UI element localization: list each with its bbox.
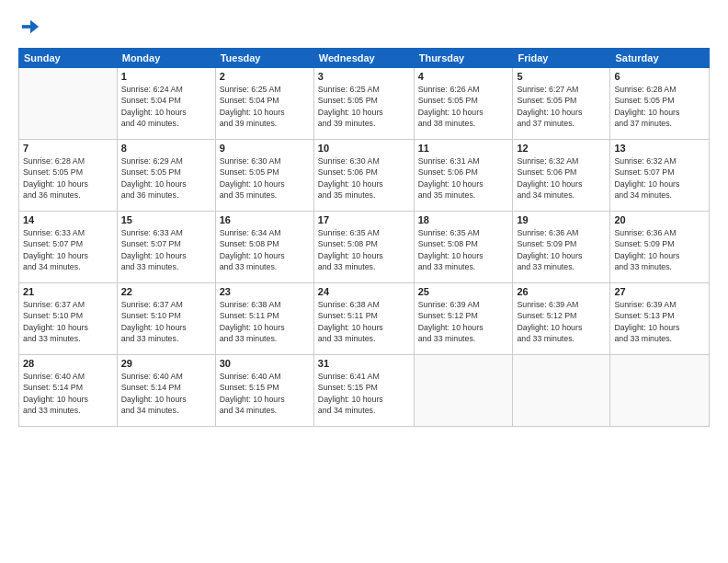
- day-info: Sunrise: 6:40 AM Sunset: 5:14 PM Dayligh…: [121, 371, 211, 416]
- day-info: Sunrise: 6:32 AM Sunset: 5:07 PM Dayligh…: [614, 155, 705, 201]
- calendar-cell: 28Sunrise: 6:40 AM Sunset: 5:14 PM Dayli…: [19, 355, 118, 427]
- calendar-cell: 29Sunrise: 6:40 AM Sunset: 5:14 PM Dayli…: [117, 355, 215, 427]
- day-info: Sunrise: 6:34 AM Sunset: 5:08 PM Dayligh…: [220, 227, 310, 272]
- calendar-cell: [513, 355, 610, 427]
- weekday-header: Monday: [117, 49, 215, 68]
- calendar-cell: 20Sunrise: 6:36 AM Sunset: 5:09 PM Dayli…: [610, 212, 710, 283]
- calendar-cell: 18Sunrise: 6:35 AM Sunset: 5:08 PM Dayli…: [414, 212, 513, 283]
- day-info: Sunrise: 6:30 AM Sunset: 5:06 PM Dayligh…: [318, 155, 410, 201]
- day-number: 20: [614, 214, 705, 225]
- day-number: 31: [318, 358, 410, 369]
- weekday-header: Thursday: [414, 49, 513, 68]
- day-number: 10: [318, 143, 410, 154]
- calendar-cell: [414, 355, 513, 427]
- weekday-header: Friday: [513, 49, 610, 68]
- day-info: Sunrise: 6:37 AM Sunset: 5:10 PM Dayligh…: [121, 299, 211, 344]
- weekday-header: Sunday: [19, 49, 118, 68]
- weekday-header: Saturday: [610, 49, 710, 68]
- day-info: Sunrise: 6:28 AM Sunset: 5:05 PM Dayligh…: [23, 155, 113, 201]
- logo-text-block: [18, 17, 40, 40]
- day-info: Sunrise: 6:35 AM Sunset: 5:08 PM Dayligh…: [418, 227, 509, 272]
- calendar-cell: 5Sunrise: 6:27 AM Sunset: 5:05 PM Daylig…: [513, 68, 610, 140]
- day-number: 13: [614, 143, 705, 154]
- day-number: 9: [220, 143, 310, 154]
- day-info: Sunrise: 6:40 AM Sunset: 5:15 PM Dayligh…: [220, 371, 310, 416]
- day-number: 25: [418, 286, 509, 297]
- calendar-cell: 8Sunrise: 6:29 AM Sunset: 5:05 PM Daylig…: [117, 140, 215, 212]
- day-info: Sunrise: 6:29 AM Sunset: 5:05 PM Dayligh…: [121, 155, 211, 201]
- day-info: Sunrise: 6:33 AM Sunset: 5:07 PM Dayligh…: [23, 227, 113, 272]
- day-number: 30: [220, 358, 310, 369]
- calendar-cell: 12Sunrise: 6:32 AM Sunset: 5:06 PM Dayli…: [513, 140, 610, 212]
- day-info: Sunrise: 6:39 AM Sunset: 5:12 PM Dayligh…: [517, 299, 606, 344]
- weekday-header: Wednesday: [313, 49, 414, 68]
- calendar-cell: 4Sunrise: 6:26 AM Sunset: 5:05 PM Daylig…: [414, 68, 513, 140]
- day-info: Sunrise: 6:39 AM Sunset: 5:13 PM Dayligh…: [614, 299, 705, 344]
- calendar-week-row: 7Sunrise: 6:28 AM Sunset: 5:05 PM Daylig…: [19, 140, 710, 212]
- calendar-cell: 13Sunrise: 6:32 AM Sunset: 5:07 PM Dayli…: [610, 140, 710, 212]
- calendar-header-row: SundayMondayTuesdayWednesdayThursdayFrid…: [19, 49, 710, 68]
- header: [18, 17, 710, 40]
- calendar-table: SundayMondayTuesdayWednesdayThursdayFrid…: [18, 48, 710, 427]
- logo-arrow-icon: [20, 17, 40, 37]
- calendar-cell: 15Sunrise: 6:33 AM Sunset: 5:07 PM Dayli…: [117, 212, 215, 283]
- page: SundayMondayTuesdayWednesdayThursdayFrid…: [0, 0, 728, 563]
- day-number: 21: [23, 286, 113, 297]
- day-number: 19: [517, 214, 606, 225]
- day-info: Sunrise: 6:36 AM Sunset: 5:09 PM Dayligh…: [517, 227, 606, 272]
- day-info: Sunrise: 6:25 AM Sunset: 5:04 PM Dayligh…: [220, 84, 310, 129]
- calendar-cell: 24Sunrise: 6:38 AM Sunset: 5:11 PM Dayli…: [313, 283, 414, 355]
- calendar-cell: 23Sunrise: 6:38 AM Sunset: 5:11 PM Dayli…: [215, 283, 313, 355]
- calendar-cell: 31Sunrise: 6:41 AM Sunset: 5:15 PM Dayli…: [313, 355, 414, 427]
- calendar-cell: 1Sunrise: 6:24 AM Sunset: 5:04 PM Daylig…: [117, 68, 215, 140]
- day-info: Sunrise: 6:40 AM Sunset: 5:14 PM Dayligh…: [23, 371, 113, 416]
- day-number: 17: [318, 214, 410, 225]
- day-info: Sunrise: 6:28 AM Sunset: 5:05 PM Dayligh…: [614, 84, 705, 129]
- day-info: Sunrise: 6:36 AM Sunset: 5:09 PM Dayligh…: [614, 227, 705, 272]
- calendar-cell: 2Sunrise: 6:25 AM Sunset: 5:04 PM Daylig…: [215, 68, 313, 140]
- svg-rect-1: [22, 25, 34, 29]
- day-number: 1: [121, 71, 211, 82]
- day-number: 5: [517, 71, 606, 82]
- calendar-cell: 11Sunrise: 6:31 AM Sunset: 5:06 PM Dayli…: [414, 140, 513, 212]
- day-number: 11: [418, 143, 509, 154]
- day-number: 12: [517, 143, 606, 154]
- calendar-week-row: 21Sunrise: 6:37 AM Sunset: 5:10 PM Dayli…: [19, 283, 710, 355]
- day-number: 7: [23, 143, 113, 154]
- calendar-cell: 26Sunrise: 6:39 AM Sunset: 5:12 PM Dayli…: [513, 283, 610, 355]
- calendar-cell: 10Sunrise: 6:30 AM Sunset: 5:06 PM Dayli…: [313, 140, 414, 212]
- day-number: 6: [614, 71, 705, 82]
- calendar-cell: 30Sunrise: 6:40 AM Sunset: 5:15 PM Dayli…: [215, 355, 313, 427]
- day-number: 16: [220, 214, 310, 225]
- weekday-header: Tuesday: [215, 49, 313, 68]
- calendar-cell: 16Sunrise: 6:34 AM Sunset: 5:08 PM Dayli…: [215, 212, 313, 283]
- day-number: 23: [220, 286, 310, 297]
- day-info: Sunrise: 6:33 AM Sunset: 5:07 PM Dayligh…: [121, 227, 211, 272]
- day-number: 8: [121, 143, 211, 154]
- day-info: Sunrise: 6:38 AM Sunset: 5:11 PM Dayligh…: [220, 299, 310, 344]
- calendar-cell: [610, 355, 710, 427]
- day-number: 29: [121, 358, 211, 369]
- day-info: Sunrise: 6:32 AM Sunset: 5:06 PM Dayligh…: [517, 155, 606, 201]
- calendar-cell: 6Sunrise: 6:28 AM Sunset: 5:05 PM Daylig…: [610, 68, 710, 140]
- day-number: 3: [318, 71, 410, 82]
- day-info: Sunrise: 6:24 AM Sunset: 5:04 PM Dayligh…: [121, 84, 211, 129]
- calendar-cell: 27Sunrise: 6:39 AM Sunset: 5:13 PM Dayli…: [610, 283, 710, 355]
- day-number: 4: [418, 71, 509, 82]
- calendar-cell: 7Sunrise: 6:28 AM Sunset: 5:05 PM Daylig…: [19, 140, 118, 212]
- calendar-cell: 21Sunrise: 6:37 AM Sunset: 5:10 PM Dayli…: [19, 283, 118, 355]
- calendar-cell: 14Sunrise: 6:33 AM Sunset: 5:07 PM Dayli…: [19, 212, 118, 283]
- day-info: Sunrise: 6:27 AM Sunset: 5:05 PM Dayligh…: [517, 84, 606, 129]
- day-info: Sunrise: 6:26 AM Sunset: 5:05 PM Dayligh…: [418, 84, 509, 129]
- calendar-week-row: 14Sunrise: 6:33 AM Sunset: 5:07 PM Dayli…: [19, 212, 710, 283]
- day-number: 18: [418, 214, 509, 225]
- day-number: 28: [23, 358, 113, 369]
- calendar-cell: 3Sunrise: 6:25 AM Sunset: 5:05 PM Daylig…: [313, 68, 414, 140]
- day-number: 22: [121, 286, 211, 297]
- day-info: Sunrise: 6:37 AM Sunset: 5:10 PM Dayligh…: [23, 299, 113, 344]
- calendar-cell: 19Sunrise: 6:36 AM Sunset: 5:09 PM Dayli…: [513, 212, 610, 283]
- day-info: Sunrise: 6:35 AM Sunset: 5:08 PM Dayligh…: [318, 227, 410, 272]
- calendar-cell: 9Sunrise: 6:30 AM Sunset: 5:05 PM Daylig…: [215, 140, 313, 212]
- day-number: 24: [318, 286, 410, 297]
- day-info: Sunrise: 6:25 AM Sunset: 5:05 PM Dayligh…: [318, 84, 410, 129]
